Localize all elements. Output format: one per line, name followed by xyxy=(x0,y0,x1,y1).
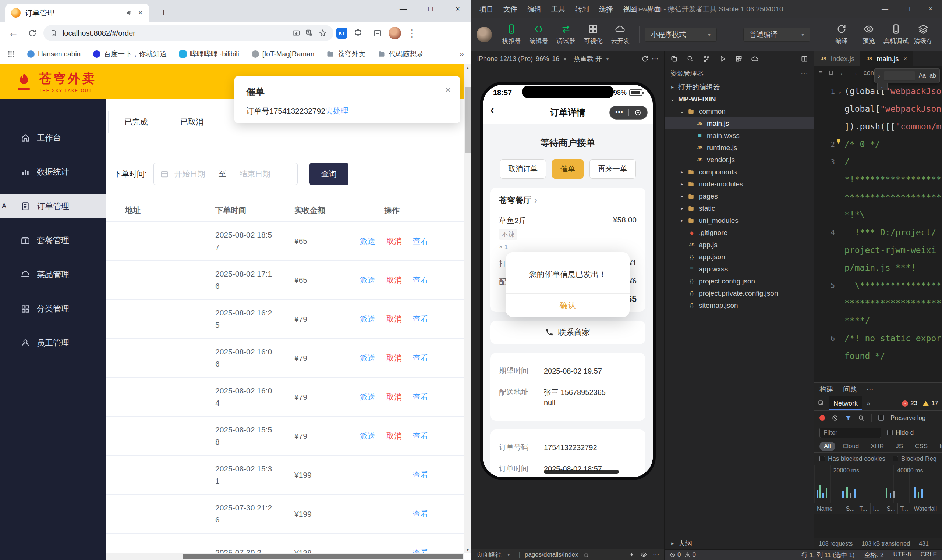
editor-tab-index-js[interactable]: JSindex.js xyxy=(814,51,860,66)
tree-folder-uni-modules[interactable]: ▸uni_modules xyxy=(664,214,814,226)
tab-build[interactable]: 构建 xyxy=(819,385,833,394)
tree-folder-node-modules[interactable]: ▸node-modules xyxy=(664,178,814,190)
network-overview-timeline[interactable]: 20000 ms 40000 ms xyxy=(814,465,942,503)
bookmark-star-icon[interactable] xyxy=(319,29,327,37)
tree-folder-common[interactable]: ⌄common xyxy=(664,105,814,117)
bookmarks-overflow-icon[interactable]: » xyxy=(459,49,464,59)
more-icon[interactable]: ⋯ xyxy=(801,69,808,78)
tree-section-open-editors[interactable]: ▸打开的编辑器 xyxy=(664,81,814,93)
shop-name-row[interactable]: 苍穹餐厅› xyxy=(499,195,637,206)
extensions-icon[interactable] xyxy=(735,55,743,63)
bookmark-item[interactable]: 哔哩哔哩~bilibili xyxy=(179,49,239,59)
scroll-up-icon[interactable]: ▲ xyxy=(464,65,471,72)
find-input[interactable] xyxy=(884,71,915,80)
tree-file-project-config[interactable]: {}project.config.json xyxy=(664,275,814,287)
editor-tab-main-js[interactable]: JSmain.js× xyxy=(860,51,913,66)
view-link[interactable]: 查看 xyxy=(413,509,436,519)
cancel-link[interactable]: 取消 xyxy=(386,236,409,246)
files-icon[interactable] xyxy=(671,55,678,63)
find-expand-icon[interactable]: › xyxy=(878,72,880,80)
profile-avatar[interactable] xyxy=(389,27,401,39)
tree-folder-pages[interactable]: ▸pages xyxy=(664,190,814,202)
filter-all[interactable]: All xyxy=(819,442,835,451)
view-link[interactable]: 查看 xyxy=(413,314,436,324)
cancel-order-button[interactable]: 取消订单 xyxy=(500,159,546,179)
extensions-puzzle-icon[interactable] xyxy=(350,25,367,41)
filter-css[interactable]: CSS xyxy=(910,442,932,451)
back-button[interactable]: ← xyxy=(5,25,22,41)
browser-tab[interactable]: 订单管理 × xyxy=(5,4,150,22)
refresh-icon[interactable] xyxy=(641,55,649,63)
page-info-icon[interactable] xyxy=(50,29,57,37)
tab-close-icon[interactable]: × xyxy=(902,55,907,62)
menu-project[interactable]: 项目 xyxy=(479,5,493,14)
more-icon[interactable]: ⋯ xyxy=(653,551,659,558)
reload-button[interactable] xyxy=(24,25,40,41)
view-link[interactable]: 查看 xyxy=(413,548,436,554)
handle-order-link[interactable]: 去处理 xyxy=(325,107,348,115)
outline-menu-icon[interactable]: ≡ xyxy=(819,69,823,77)
filter-xhr[interactable]: XHR xyxy=(866,442,888,451)
tab-problems[interactable]: 问题 xyxy=(843,385,857,394)
tree-file-app-js[interactable]: JSapp.js xyxy=(664,238,814,251)
tree-file-main-wxss[interactable]: ≡main.wxss xyxy=(664,129,814,142)
encoding[interactable]: UTF-8 xyxy=(893,551,911,559)
minimize-button[interactable]: — xyxy=(874,0,896,18)
page-path-value[interactable]: pages/details/index xyxy=(525,551,578,558)
menu-view[interactable]: 视图 xyxy=(623,5,637,14)
scrollbar-thumb[interactable] xyxy=(465,87,471,153)
outline-section[interactable]: ▸大纲 xyxy=(664,537,814,549)
error-badge[interactable]: ×23 xyxy=(902,400,917,407)
cancel-link[interactable]: 取消 xyxy=(386,353,409,363)
date-range-input[interactable]: 开始日期 至 结束日期 xyxy=(153,163,298,185)
menu-interface[interactable]: 界面 xyxy=(647,5,661,14)
view-link[interactable]: 查看 xyxy=(413,431,436,441)
split-editor-icon[interactable] xyxy=(801,55,808,63)
nav-back-icon[interactable]: ← xyxy=(839,69,846,77)
column-waterfall[interactable]: Waterfall xyxy=(911,503,942,514)
view-link[interactable]: 查看 xyxy=(413,392,436,402)
extension-kt-icon[interactable]: KT xyxy=(336,28,347,38)
bookmark-folder[interactable]: 苍穹外卖 xyxy=(327,49,365,59)
scrollbar-thumb[interactable] xyxy=(183,554,463,559)
search-icon[interactable] xyxy=(858,415,865,422)
audio-playing-icon[interactable] xyxy=(125,9,133,17)
vertical-scrollbar[interactable]: ▲ ▼ xyxy=(464,65,471,553)
deliver-link[interactable]: 派送 xyxy=(360,392,383,402)
cursor-position[interactable]: 行 1, 列 11 (选中 1) xyxy=(802,551,854,559)
tree-file-app-wxss[interactable]: ≡app.wxss xyxy=(664,263,814,275)
cancel-link[interactable]: 取消 xyxy=(386,275,409,285)
indentation[interactable]: 空格: 2 xyxy=(864,551,884,559)
blocked-requests-checkbox[interactable] xyxy=(893,456,898,462)
debugger-button[interactable]: 调试器 xyxy=(552,24,580,45)
contact-merchant-button[interactable]: 联系商家 xyxy=(490,321,645,344)
cancel-link[interactable]: 取消 xyxy=(386,392,409,402)
confirm-button[interactable]: 确认 xyxy=(506,294,630,317)
view-link[interactable]: 查看 xyxy=(413,353,436,363)
quick-fix-lightbulb-icon[interactable] xyxy=(835,137,842,145)
tree-folder-components[interactable]: ▸components xyxy=(664,166,814,178)
deliver-link[interactable]: 派送 xyxy=(360,236,383,246)
preview-button[interactable]: 预览 xyxy=(855,24,882,45)
cancel-link[interactable]: 取消 xyxy=(386,314,409,324)
mode-select[interactable]: 小程序模式▾ xyxy=(645,28,717,42)
blocked-cookies-checkbox[interactable] xyxy=(819,456,825,462)
user-avatar[interactable] xyxy=(476,27,492,42)
deliver-link[interactable]: 派送 xyxy=(360,431,383,441)
maximize-button[interactable]: □ xyxy=(417,0,444,18)
query-button[interactable]: 查询 xyxy=(310,163,348,185)
filter-img[interactable]: Img xyxy=(935,442,942,451)
copy-icon[interactable] xyxy=(583,552,589,558)
more-icon[interactable]: ⋯ xyxy=(866,385,874,394)
sidebar-item-dishes[interactable]: 菜品管理 xyxy=(0,263,106,287)
view-link[interactable]: 查看 xyxy=(413,275,436,285)
clear-icon[interactable] xyxy=(832,415,838,422)
fold-icon[interactable]: ⌄ xyxy=(835,88,845,94)
tree-file-runtime-js[interactable]: JSruntime.js xyxy=(664,142,814,154)
sidebar-item-setmeal[interactable]: 套餐管理 xyxy=(0,228,106,252)
page-horizontal-scrollbar[interactable] xyxy=(544,470,618,474)
cloud-dev-button[interactable]: 云开发 xyxy=(607,24,634,45)
nav-forward-icon[interactable]: → xyxy=(851,69,858,77)
horizontal-scrollbar[interactable] xyxy=(106,553,464,560)
bookmark-icon[interactable] xyxy=(828,70,834,76)
